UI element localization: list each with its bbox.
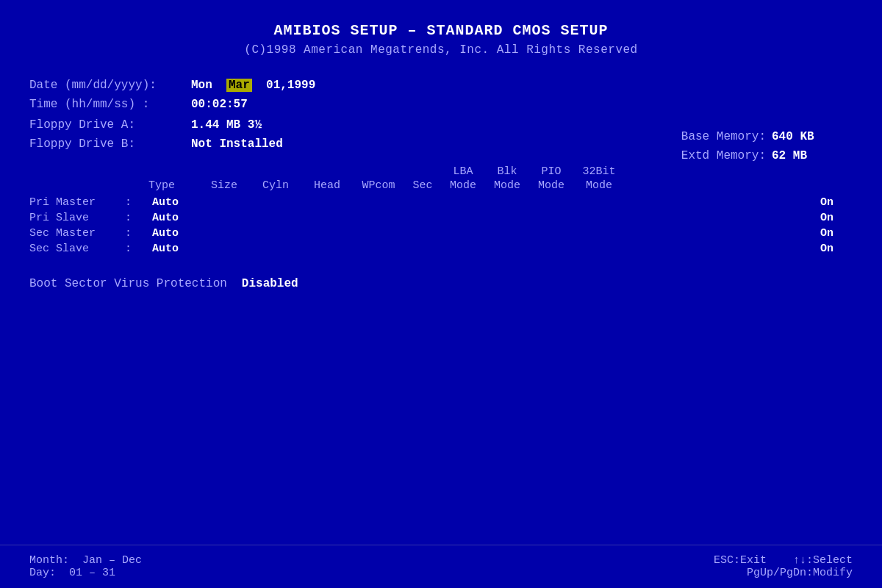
floppy-b-label: Floppy Drive B: (29, 137, 191, 151)
day-range: 01 – 31 (69, 567, 115, 579)
month-range-row: Month: Jan – Dec (29, 554, 142, 567)
date-rest: 01,1999 (266, 79, 315, 92)
extd-memory-row: Extd Memory: 62 MB (681, 149, 823, 162)
boot-virus-row: Boot Sector Virus Protection Disabled (29, 277, 853, 290)
time-label: Time (hh/mm/ss) : (29, 98, 191, 111)
col-cyln-header: Cyln (250, 179, 301, 192)
sec-slave-name: Sec Slave (29, 243, 125, 255)
day-label: Day: (29, 567, 56, 579)
month-label: Month: (29, 554, 69, 567)
boot-virus-label: Boot Sector Virus Protection (29, 277, 227, 290)
header-copyright: (C)1998 American Megatrends, Inc. All Ri… (29, 43, 853, 57)
col-sec-header: Sec (404, 179, 441, 192)
sec-master-type: Auto (132, 227, 198, 240)
base-memory-label: Base Memory: (681, 130, 766, 143)
date-label: Date (mm/dd/yyyy): (29, 79, 191, 92)
pri-master-mode32: On (801, 196, 853, 209)
col-mode3-header: Mode (529, 179, 573, 192)
bottom-left: Month: Jan – Dec Day: 01 – 31 (29, 554, 142, 579)
col-wpcom-header: WPcom (353, 179, 404, 192)
col-type-header: Type (125, 179, 198, 192)
pri-master-row: Pri Master : Auto On (29, 196, 853, 209)
pri-slave-type: Auto (132, 212, 198, 224)
col-size-header: Size (198, 179, 250, 192)
sec-slave-row: Sec Slave : Auto On (29, 243, 853, 255)
base-memory-row: Base Memory: 640 KB (681, 130, 823, 143)
pri-master-type: Auto (132, 196, 198, 209)
pri-slave-row: Pri Slave : Auto On (29, 212, 853, 224)
date-day-of-week: Mon (191, 79, 212, 92)
memory-section: Base Memory: 640 KB Extd Memory: 62 MB (681, 130, 823, 168)
sec-master-name: Sec Master (29, 227, 125, 240)
lba-header: LBA (441, 165, 485, 178)
boot-virus-value: Disabled (242, 277, 298, 290)
col-mode1-header: Mode (441, 179, 485, 192)
esc-text: ESC:Exit (714, 554, 767, 567)
date-row: Date (mm/dd/yyyy): Mon Mar 01,1999 (29, 79, 853, 92)
day-range-row: Day: 01 – 31 (29, 567, 142, 579)
pri-slave-mode32: On (801, 212, 853, 224)
drive-table-section: LBA Blk PIO 32Bit Type Size Cyln Head WP… (29, 165, 853, 255)
bios-screen: AMIBIOS SETUP – STANDARD CMOS SETUP (C)1… (0, 0, 882, 588)
sec-master-mode32: On (801, 227, 853, 240)
time-row: Time (hh/mm/ss) : 00:02:57 (29, 98, 853, 111)
pgupdn-row: PgUp/PgDn:Modify (714, 567, 853, 579)
floppy-b-value: Not Installed (191, 137, 283, 151)
col-mode4-header: Mode (573, 179, 625, 192)
pgupdn-text: PgUp/PgDn:Modify (747, 567, 853, 579)
base-memory-value: 640 KB (772, 130, 823, 143)
col-mode2-header: Mode (485, 179, 529, 192)
floppy-a-value: 1.44 MB 3½ (191, 118, 262, 132)
pri-slave-name: Pri Slave (29, 212, 125, 224)
sec-slave-type: Auto (132, 243, 198, 255)
header: AMIBIOS SETUP – STANDARD CMOS SETUP (C)1… (29, 15, 853, 57)
esc-row: ESC:Exit ↑↓:Select (714, 554, 853, 567)
extd-memory-label: Extd Memory: (681, 149, 766, 162)
date-month-highlighted[interactable]: Mar (226, 79, 252, 92)
32bit-header: 32Bit (573, 165, 625, 178)
extd-memory-value: 62 MB (772, 149, 823, 162)
col-head-header: Head (301, 179, 353, 192)
pri-master-name: Pri Master (29, 196, 125, 209)
month-range: Jan – Dec (82, 554, 142, 567)
floppy-a-label: Floppy Drive A: (29, 118, 191, 132)
pio-header: PIO (529, 165, 573, 178)
bottom-right: ESC:Exit ↑↓:Select PgUp/PgDn:Modify (714, 554, 853, 579)
sec-slave-mode32: On (801, 243, 853, 255)
time-value: 00:02:57 (191, 98, 248, 111)
drive-header-cols: Type Size Cyln Head WPcom Sec Mode Mode … (29, 179, 853, 192)
arrows-text: ↑↓:Select (793, 554, 853, 567)
blk-header: Blk (485, 165, 529, 178)
header-title: AMIBIOS SETUP – STANDARD CMOS SETUP (29, 22, 853, 39)
sec-master-row: Sec Master : Auto On (29, 227, 853, 240)
date-value: Mon Mar 01,1999 (191, 79, 315, 92)
bottom-bar: Month: Jan – Dec Day: 01 – 31 ESC:Exit ↑… (0, 545, 882, 588)
